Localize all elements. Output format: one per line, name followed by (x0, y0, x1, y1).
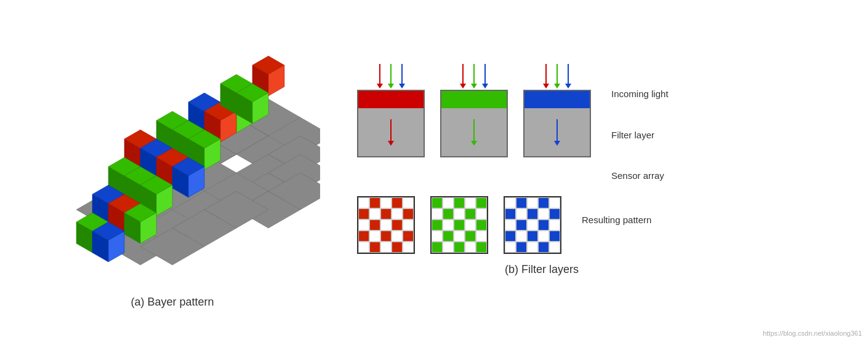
green-pattern-container (430, 196, 488, 254)
pattern-cell (380, 208, 392, 219)
pattern-cell (516, 219, 527, 231)
green-sensor-inner (441, 108, 507, 156)
pattern-cell (527, 208, 538, 219)
pattern-cell (527, 219, 538, 231)
pattern-cell (465, 242, 476, 253)
bayer-caption: (a) Bayer pattern (131, 296, 214, 309)
pattern-cell (454, 242, 465, 253)
pattern-cell (392, 219, 403, 231)
pattern-cell (403, 197, 414, 208)
pattern-cell (538, 219, 549, 231)
pattern-cell (392, 231, 403, 242)
pattern-cell (443, 242, 454, 253)
sensor-array-label: Sensor array (611, 170, 669, 181)
red-incoming-arrows (377, 64, 405, 89)
pattern-cell (392, 197, 403, 208)
pattern-cell (358, 219, 369, 231)
pattern-cell (549, 208, 560, 219)
pattern-cell (505, 231, 516, 242)
filter-layers-caption: (b) Filter layers (357, 263, 726, 276)
right-panel: Incoming light Filter layer Sensor array (345, 0, 868, 340)
pattern-cell (380, 231, 392, 242)
pattern-cell (476, 242, 487, 253)
pattern-cell (369, 197, 380, 208)
incoming-light-label: Incoming light (611, 89, 669, 99)
pattern-cell (549, 219, 560, 231)
red-filter-bar (358, 91, 424, 108)
pattern-cell (432, 242, 443, 253)
pattern-cell (527, 231, 538, 242)
pattern-cell (538, 242, 549, 253)
pattern-cell (443, 208, 454, 219)
pattern-cell (380, 197, 392, 208)
blue-sensor-box (523, 90, 591, 157)
pattern-cell (516, 197, 527, 208)
pattern-cell (403, 231, 414, 242)
red-sensor-inner (358, 108, 424, 156)
blue-filter-box (523, 64, 591, 157)
pattern-cell (432, 231, 443, 242)
blue-filter-bar (524, 91, 590, 108)
pattern-cell (505, 208, 516, 219)
pattern-cell (380, 242, 392, 253)
watermark: https://blog.csdn.net/xiaolong361 (763, 330, 862, 337)
pattern-cell (432, 219, 443, 231)
pattern-cell (549, 242, 560, 253)
green-filter-bar (441, 91, 507, 108)
pattern-cell (549, 197, 560, 208)
pattern-cell (443, 197, 454, 208)
pattern-cell (476, 208, 487, 219)
pattern-cell (432, 208, 443, 219)
pattern-cell (454, 208, 465, 219)
pattern-cell (369, 242, 380, 253)
pattern-cell (358, 197, 369, 208)
pattern-cell (549, 231, 560, 242)
red-pattern-container (357, 196, 415, 254)
pattern-cell (505, 219, 516, 231)
pattern-cell (454, 231, 465, 242)
red-sensor-box (357, 90, 425, 157)
pattern-cell (516, 231, 527, 242)
pattern-cell (527, 242, 538, 253)
blue-incoming-arrows (543, 64, 571, 89)
pattern-cell (403, 242, 414, 253)
pattern-cell (476, 219, 487, 231)
pattern-cell (369, 208, 380, 219)
blue-pattern-grid (504, 196, 561, 254)
red-filter-box (357, 64, 425, 157)
pattern-cell (403, 219, 414, 231)
pattern-cell (380, 219, 392, 231)
pattern-cell (392, 242, 403, 253)
pattern-cell (403, 208, 414, 219)
pattern-cell (369, 231, 380, 242)
pattern-cell (454, 219, 465, 231)
left-panel: (a) Bayer pattern (0, 0, 345, 340)
resulting-pattern-label: Resulting pattern (582, 215, 651, 225)
green-filter-box (440, 64, 508, 157)
pattern-cell (465, 208, 476, 219)
pattern-cell (358, 242, 369, 253)
blue-pattern-container (504, 196, 561, 254)
green-incoming-arrows (460, 64, 488, 89)
green-pattern-grid (430, 196, 488, 254)
pattern-cell (527, 197, 538, 208)
bayer-diagram (25, 31, 320, 290)
pattern-cell (465, 219, 476, 231)
pattern-cell (505, 242, 516, 253)
pattern-cell (465, 231, 476, 242)
blue-sensor-inner (524, 108, 590, 156)
pattern-cell (432, 197, 443, 208)
pattern-cell (476, 197, 487, 208)
pattern-cell (358, 231, 369, 242)
filter-layer-label: Filter layer (611, 130, 669, 140)
pattern-cell (443, 219, 454, 231)
pattern-cell (392, 208, 403, 219)
green-sensor-box (440, 90, 508, 157)
pattern-cell (465, 197, 476, 208)
pattern-cell (516, 242, 527, 253)
pattern-cell (538, 231, 549, 242)
pattern-cell (538, 197, 549, 208)
pattern-cell (358, 208, 369, 219)
pattern-cell (505, 197, 516, 208)
pattern-cell (476, 231, 487, 242)
